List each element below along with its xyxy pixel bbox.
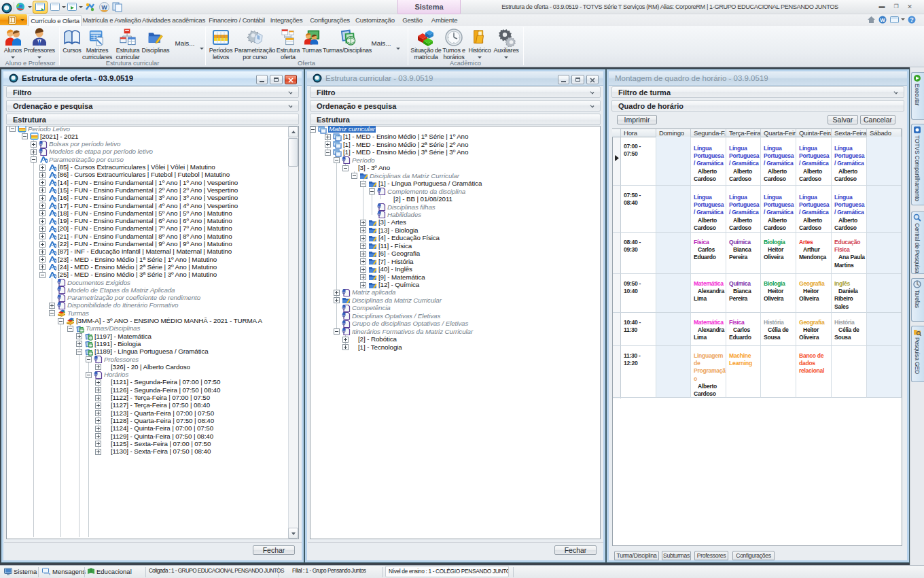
svg-text:W: W [880,17,885,23]
svg-text:W: W [101,4,107,11]
svg-text:?: ? [910,16,914,23]
